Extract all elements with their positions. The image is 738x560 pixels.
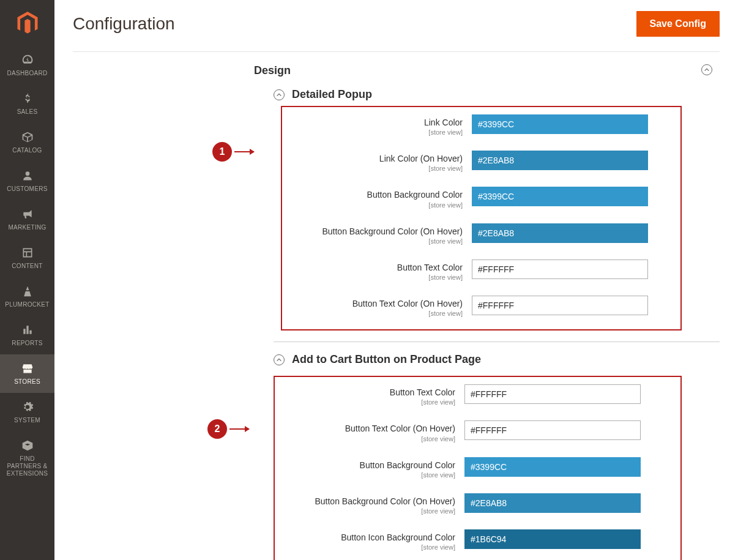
nav-label: PLUMROCKET <box>5 301 49 308</box>
field-label: Button Text Color <box>282 262 463 273</box>
link-color-hover-input[interactable] <box>472 151 648 170</box>
annotation-2: 2 <box>207 419 249 439</box>
design-collapse-toggle[interactable] <box>701 64 712 75</box>
field-scope: [store view] <box>282 165 463 172</box>
detailed-popup-toggle[interactable] <box>274 89 285 100</box>
nav-label: STORES <box>14 378 40 386</box>
nav-system[interactable]: SYSTEM <box>0 393 54 431</box>
main-content: Configuration Save Config Design Detaile… <box>54 0 738 560</box>
nav-sales[interactable]: SALES <box>0 84 54 123</box>
chevron-up-icon <box>276 357 282 363</box>
dashboard-icon <box>21 53 34 67</box>
field-cart-icon-bg: Button Icon Background Color [store view… <box>275 529 668 551</box>
field-scope: [store view] <box>282 237 463 245</box>
addtocart-toggle[interactable] <box>274 354 285 365</box>
btn-text-hover-input[interactable] <box>472 296 648 315</box>
section-divider <box>274 342 720 342</box>
field-scope: [store view] <box>275 398 455 406</box>
nav-label: CUSTOMERS <box>7 185 47 193</box>
nav-dashboard[interactable]: DASHBOARD <box>0 46 54 84</box>
store-icon <box>21 362 34 375</box>
nav-stores[interactable]: STORES <box>0 354 54 393</box>
field-scope: [store view] <box>282 201 463 209</box>
save-config-button[interactable]: Save Config <box>636 11 720 37</box>
chart-icon <box>21 323 34 337</box>
field-btn-text: Button Text Color [store view] <box>282 259 668 281</box>
nav-label: CONTENT <box>12 263 42 270</box>
annotation-1-badge: 1 <box>212 142 232 162</box>
nav-label: FIND PARTNERS & EXTENSIONS <box>2 455 52 477</box>
admin-sidebar: DASHBOARD SALES CATALOG CUSTOMERS MARKET… <box>0 0 54 560</box>
magento-logo[interactable] <box>0 0 54 46</box>
field-btn-text-hover: Button Text Color (On Hover) [store view… <box>282 296 668 317</box>
nav-reports[interactable]: REPORTS <box>0 316 54 354</box>
field-scope: [store view] <box>282 274 463 281</box>
field-cart-btn-bg-hover: Button Background Color (On Hover) [stor… <box>275 493 668 515</box>
field-scope: [store view] <box>282 129 463 136</box>
nav-content[interactable]: CONTENT <box>0 239 54 277</box>
btn-text-input[interactable] <box>472 259 648 279</box>
btn-bg-input[interactable] <box>472 187 648 206</box>
dollar-icon <box>21 92 34 105</box>
nav-marketing[interactable]: MARKETING <box>0 200 54 239</box>
field-btn-bg: Button Background Color [store view] <box>282 187 668 208</box>
field-label: Link Color <box>282 117 463 128</box>
field-label: Button Background Color (On Hover) <box>282 226 463 237</box>
nav-label: SYSTEM <box>14 417 40 424</box>
cart-btn-text-hover-input[interactable] <box>464 420 641 440</box>
annotation-1: 1 <box>212 142 254 162</box>
page-title: Configuration <box>73 14 636 34</box>
link-color-input[interactable] <box>472 114 648 134</box>
nav-partners[interactable]: FIND PARTNERS & EXTENSIONS <box>0 431 54 485</box>
field-label: Button Background Color <box>275 460 455 471</box>
field-label: Button Text Color (On Hover) <box>275 423 455 434</box>
cart-btn-bg-hover-input[interactable] <box>464 493 641 513</box>
field-label: Button Icon Background Color <box>275 532 455 543</box>
field-scope: [store view] <box>275 471 455 479</box>
annotation-2-badge: 2 <box>207 419 227 439</box>
addtocart-fields: Button Text Color [store view] Button Te… <box>274 376 682 560</box>
detailed-popup-fields: Link Color [store view] Link Color (On H… <box>281 106 682 330</box>
chevron-up-icon <box>276 92 282 98</box>
nav-customers[interactable]: CUSTOMERS <box>0 162 54 200</box>
field-link-color-hover: Link Color (On Hover) [store view] <box>282 151 668 172</box>
nav-label: CATALOG <box>12 147 42 154</box>
nav-label: DASHBOARD <box>7 70 47 77</box>
detailed-popup-header[interactable]: Detailed Popup <box>274 88 720 101</box>
nav-label: REPORTS <box>12 340 42 347</box>
page-header: Configuration Save Config <box>73 0 720 52</box>
field-scope: [store view] <box>282 310 463 317</box>
addtocart-title: Add to Cart Button on Product Page <box>292 353 481 366</box>
nav-label: SALES <box>17 108 38 116</box>
gear-icon <box>21 400 34 414</box>
addtocart-header[interactable]: Add to Cart Button on Product Page <box>274 353 720 366</box>
field-label: Button Text Color <box>275 387 455 398</box>
field-label: Button Background Color <box>282 189 463 200</box>
person-icon <box>21 169 34 182</box>
box-icon <box>21 130 34 144</box>
design-title: Design <box>254 64 291 77</box>
chevron-up-icon <box>704 67 710 73</box>
cart-btn-text-input[interactable] <box>464 384 641 404</box>
field-cart-btn-text: Button Text Color [store view] <box>275 384 668 406</box>
field-scope: [store view] <box>275 435 455 442</box>
field-link-color: Link Color [store view] <box>282 114 668 136</box>
field-label: Link Color (On Hover) <box>282 153 463 164</box>
field-scope: [store view] <box>275 543 455 551</box>
nav-plumrocket[interactable]: PLUMROCKET <box>0 277 54 316</box>
field-label: Button Background Color (On Hover) <box>275 496 455 507</box>
cart-icon-bg-input[interactable] <box>464 529 641 549</box>
annotation-arrow-icon <box>234 151 254 152</box>
plumrocket-icon <box>21 285 34 298</box>
field-btn-bg-hover: Button Background Color (On Hover) [stor… <box>282 223 668 245</box>
cart-btn-bg-input[interactable] <box>464 457 641 477</box>
nav-catalog[interactable]: CATALOG <box>0 123 54 162</box>
field-cart-btn-bg: Button Background Color [store view] <box>275 457 668 479</box>
design-section-header: Design <box>73 64 720 83</box>
magento-logo-icon <box>17 12 38 35</box>
field-label: Button Text Color (On Hover) <box>282 298 463 309</box>
btn-bg-hover-input[interactable] <box>472 223 648 243</box>
partners-icon <box>21 439 34 452</box>
layout-icon <box>21 246 34 259</box>
detailed-popup-title: Detailed Popup <box>292 88 372 101</box>
